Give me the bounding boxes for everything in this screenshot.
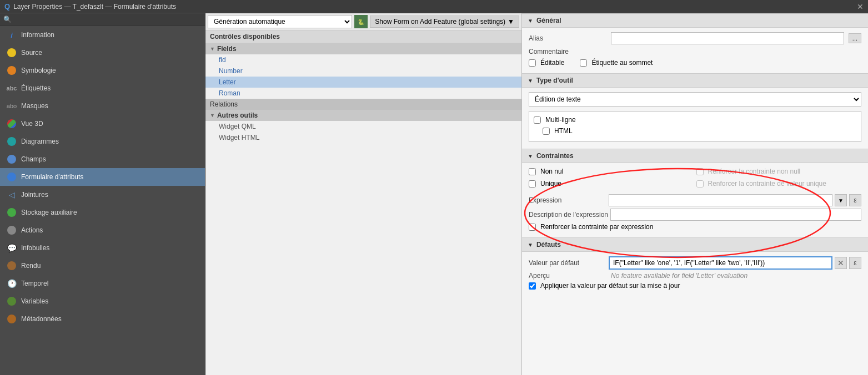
right-panel: ▼ Général Alias ... Commentaire Éditable… xyxy=(522,13,868,375)
type-outil-collapse-icon[interactable]: ▼ xyxy=(528,78,533,84)
defauts-section-label: Défauts xyxy=(536,241,561,249)
tree-container: ▼ Fields fid Number Letter Roman Relatio… xyxy=(205,43,521,143)
renforce-expr-label: Renforcer la contrainte par expression xyxy=(540,223,653,231)
renforce-expr-checkbox[interactable] xyxy=(529,224,536,231)
middle-panel: Génération automatique 🐍 Show Form on Ad… xyxy=(205,13,522,375)
unique-checkbox[interactable] xyxy=(529,180,536,188)
sidebar-item-infobulles[interactable]: 💬 Infobulles xyxy=(0,239,205,257)
vue3d-icon xyxy=(7,119,16,128)
apercu-value: No feature available for field 'Letter' … xyxy=(611,272,747,280)
tree-item-widget-html[interactable]: Widget HTML xyxy=(205,132,521,143)
appliquer-checkbox[interactable] xyxy=(529,282,536,290)
valeur-defaut-row: Valeur par défaut ✕ ε xyxy=(529,256,861,270)
sidebar-item-symbologie[interactable]: Symbologie xyxy=(0,62,205,79)
editable-checkbox[interactable] xyxy=(529,59,536,67)
tree-item-number[interactable]: Number xyxy=(205,65,521,77)
tree-item-roman[interactable]: Roman xyxy=(205,88,521,99)
sidebar-item-temporel[interactable]: 🕐 Temporel xyxy=(0,275,205,292)
alias-button[interactable]: ... xyxy=(849,33,861,43)
sidebar-item-formulaire[interactable]: Formulaire d'attributs xyxy=(0,168,205,186)
non-nul-checkbox[interactable] xyxy=(529,168,536,175)
type-outil-section-label: Type d'outil xyxy=(536,77,573,84)
defauts-section-content: Valeur par défaut ✕ ε Aperçu No feature … xyxy=(522,252,868,296)
multiline-box: Multi-ligne HTML xyxy=(529,111,861,142)
tree-item-letter[interactable]: Letter xyxy=(205,77,521,88)
sidebar-label-metadonnees: Métadonnées xyxy=(21,315,62,323)
sidebar-item-etiquettes[interactable]: abc Étiquettes xyxy=(0,79,205,97)
stockage-icon xyxy=(7,208,16,217)
valeur-defaut-label: Valeur par défaut xyxy=(529,259,606,267)
defauts-section-header: ▼ Défauts xyxy=(522,237,868,252)
non-nul-label: Non nul xyxy=(540,168,563,175)
html-checkbox[interactable] xyxy=(543,128,550,135)
sidebar-label-masques: Masques xyxy=(21,102,48,110)
appliquer-label: Appliquer la valeur par défaut sur la mi… xyxy=(540,282,680,290)
renforce-unique-checkbox[interactable] xyxy=(696,180,704,188)
html-row: HTML xyxy=(543,127,856,135)
tree-item-fid[interactable]: fid xyxy=(205,54,521,65)
general-section-header: ▼ Général xyxy=(522,13,868,28)
sidebar-item-source[interactable]: Source xyxy=(0,44,205,62)
show-form-button[interactable]: Show Form on Add Feature (global setting… xyxy=(370,16,519,28)
description-expression-row: Description de l'expression xyxy=(529,209,861,221)
contraintes-collapse-icon[interactable]: ▼ xyxy=(528,153,533,159)
close-button[interactable]: ✕ xyxy=(857,2,864,11)
general-section-label: Général xyxy=(536,17,561,24)
champs-icon xyxy=(7,155,16,164)
etiquette-checkbox[interactable] xyxy=(580,59,587,67)
renforce-unique-row: Renforcer la contrainte de valeur unique xyxy=(696,180,862,188)
sidebar-item-masques[interactable]: abo Masques xyxy=(0,97,205,115)
tree-item-relations[interactable]: Relations xyxy=(205,99,521,110)
valeur-clear-btn[interactable]: ✕ xyxy=(835,257,847,269)
contraintes-section-content: Non nul Renforcer la contrainte non null… xyxy=(522,163,868,237)
rendu-icon xyxy=(7,261,16,270)
general-collapse-icon[interactable]: ▼ xyxy=(528,18,533,24)
generation-bar: Génération automatique 🐍 Show Form on Ad… xyxy=(205,13,521,31)
search-input[interactable] xyxy=(14,16,202,23)
sidebar-item-vue3d[interactable]: Vue 3D xyxy=(0,115,205,133)
alias-label: Alias xyxy=(529,34,606,42)
tree-label-fid: fid xyxy=(219,56,226,64)
type-outil-section-header: ▼ Type d'outil xyxy=(522,73,868,88)
apercu-label: Aperçu xyxy=(529,272,606,280)
expression-dropdown-btn[interactable]: ▼ xyxy=(835,194,847,206)
valeur-defaut-input[interactable] xyxy=(609,256,832,270)
sidebar-item-champs[interactable]: Champs xyxy=(0,150,205,168)
description-expression-input[interactable] xyxy=(610,209,861,221)
jointures-icon: ◁ xyxy=(9,190,15,199)
constraints-grid: Non nul Renforcer la contrainte non null… xyxy=(529,168,861,190)
sidebar-item-rendu[interactable]: Rendu xyxy=(0,257,205,275)
generation-select[interactable]: Génération automatique xyxy=(208,15,352,28)
apercu-row: Aperçu No feature available for field 'L… xyxy=(529,272,861,280)
renforce-non-nul-checkbox[interactable] xyxy=(696,168,704,175)
tree-label-fields: Fields xyxy=(217,45,237,53)
alias-input[interactable] xyxy=(611,32,844,44)
sidebar-item-diagrammes[interactable]: Diagrammes xyxy=(0,133,205,150)
generation-icon-button[interactable]: 🐍 xyxy=(354,15,368,28)
defauts-collapse-icon[interactable]: ▼ xyxy=(528,242,533,248)
sidebar-label-actions: Actions xyxy=(21,226,43,234)
valeur-epsilon-btn[interactable]: ε xyxy=(849,257,861,269)
sidebar-item-stockage[interactable]: Stockage auxiliaire xyxy=(0,204,205,221)
expression-input[interactable] xyxy=(609,194,832,206)
sidebar-item-variables[interactable]: Variables xyxy=(0,292,205,310)
tree-item-autres-outils[interactable]: ▼ Autres outils xyxy=(205,110,521,121)
type-outil-select[interactable]: Édition de texte xyxy=(529,92,861,107)
show-form-arrow: ▼ xyxy=(508,18,514,26)
expression-label: Expression xyxy=(529,196,606,204)
expression-row: Expression ▼ ε xyxy=(529,194,861,206)
tree-item-fields[interactable]: ▼ Fields xyxy=(205,43,521,54)
multiline-checkbox[interactable] xyxy=(534,116,541,124)
expression-epsilon-btn[interactable]: ε xyxy=(849,194,861,206)
formulaire-icon xyxy=(7,173,16,181)
sidebar-item-metadonnees[interactable]: Métadonnées xyxy=(0,310,205,328)
sidebar-label-vue3d: Vue 3D xyxy=(21,120,43,128)
sidebar-label-jointures: Jointures xyxy=(21,191,48,199)
sidebar-label-etiquettes: Étiquettes xyxy=(21,84,51,92)
tree-item-widget-qml[interactable]: Widget QML xyxy=(205,121,521,132)
sidebar-item-jointures[interactable]: ◁ Jointures xyxy=(0,186,205,204)
contraintes-section-label: Contraintes xyxy=(536,152,574,160)
sidebar-item-information[interactable]: i Information xyxy=(0,26,205,44)
sidebar-item-actions[interactable]: Actions xyxy=(0,221,205,239)
search-bar[interactable]: 🔍 xyxy=(0,13,205,26)
